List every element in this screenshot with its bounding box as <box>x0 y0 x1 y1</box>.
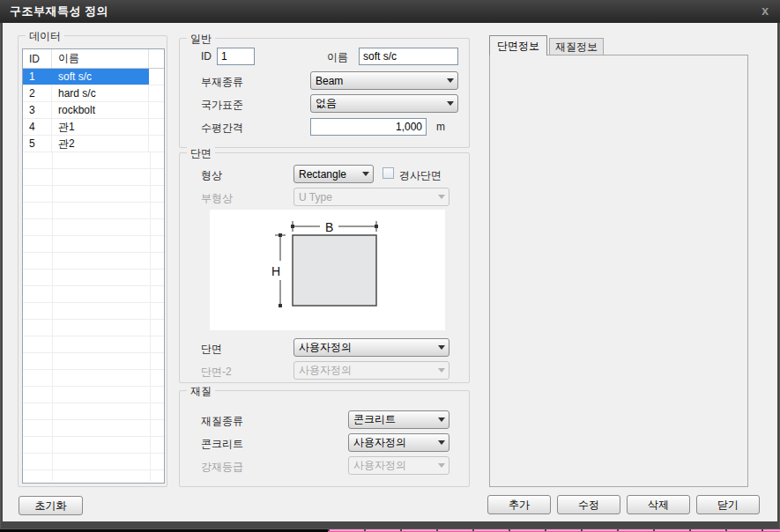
tab-material-info[interactable]: 재질정보 <box>549 38 604 55</box>
close-button[interactable]: 닫기 <box>696 495 760 514</box>
title-bar[interactable]: 구조부재특성 정의 x <box>0 0 780 23</box>
material-group-label: 재질 <box>187 384 215 399</box>
dropdown-arrow-icon <box>435 417 449 422</box>
dropdown-arrow-icon <box>359 172 373 176</box>
shape-select[interactable]: Rectangle <box>293 165 374 183</box>
list-item[interactable]: 3 rockbolt <box>23 102 164 119</box>
dialog-title: 구조부재특성 정의 <box>0 4 108 19</box>
material-type-select[interactable]: 콘크리트 <box>348 410 449 429</box>
column-header-name[interactable]: 이름 <box>52 49 149 68</box>
section-select-label: 단면 <box>201 342 222 357</box>
subshape-value: U Type <box>294 191 435 203</box>
cell-extra <box>149 119 162 135</box>
dropdown-arrow-icon <box>443 78 457 83</box>
standard-value: 없음 <box>311 96 443 111</box>
member-list: ID 이름 1 soft s/c 2 hard s/c 3 rockbolt <box>22 48 165 484</box>
spacing-unit: m <box>436 121 445 133</box>
cell-name: 관2 <box>52 136 149 151</box>
name-label: 이름 <box>327 50 348 65</box>
list-item[interactable]: 4 관1 <box>23 119 164 136</box>
spacing-field[interactable]: 1,000 <box>310 118 427 136</box>
section-shape-drawing: B H <box>210 210 445 330</box>
dropdown-arrow-icon <box>443 101 457 106</box>
section-value: 사용자정의 <box>294 340 435 355</box>
section-select[interactable]: 사용자정의 <box>293 338 449 357</box>
dropdown-arrow-icon <box>435 345 449 350</box>
column-header-extra <box>149 49 162 68</box>
material-type-label: 재질종류 <box>201 414 243 429</box>
cell-id: 1 <box>23 69 52 85</box>
cell-extra <box>149 69 162 85</box>
cell-name: hard s/c <box>52 85 149 101</box>
empty-list-area <box>23 152 164 481</box>
subshape-label: 부형상 <box>201 191 233 206</box>
concrete-label: 콘크리트 <box>201 437 243 452</box>
member-type-label: 부재종류 <box>201 75 243 90</box>
column-divider <box>52 152 53 481</box>
list-item[interactable]: 5 관2 <box>23 136 164 152</box>
cell-name: 관1 <box>52 119 149 135</box>
standard-label: 국가표준 <box>201 98 243 113</box>
subshape-select: U Type <box>293 188 449 206</box>
list-item[interactable]: 2 hard s/c <box>23 85 164 102</box>
shape-value: Rectangle <box>294 168 359 181</box>
slope-section-checkbox[interactable] <box>383 167 394 179</box>
steel-grade-label: 강재등급 <box>201 460 243 475</box>
cell-id: 2 <box>23 85 52 101</box>
column-divider <box>150 152 151 481</box>
cell-id: 5 <box>23 136 52 151</box>
member-type-value: Beam <box>311 75 443 87</box>
screen: 구조부재특성 정의 x 데이터 ID 이름 1 soft s/c <box>0 0 780 532</box>
reset-button[interactable]: 초기화 <box>19 496 83 515</box>
dialog-window: 구조부재특성 정의 x 데이터 ID 이름 1 soft s/c <box>0 0 780 529</box>
material-type-value: 콘크리트 <box>349 412 435 427</box>
steel-grade-select: 사용자정의 <box>348 456 449 475</box>
section2-value: 사용자정의 <box>294 363 435 378</box>
close-icon[interactable]: x <box>761 4 769 18</box>
dropdown-arrow-icon <box>435 463 449 468</box>
dimension-b-label: B <box>325 220 333 234</box>
cell-id: 3 <box>23 102 52 118</box>
data-group-label: 데이터 <box>26 29 64 44</box>
member-list-header: ID 이름 <box>23 49 164 69</box>
cell-extra <box>149 85 162 101</box>
section2-select: 사용자정의 <box>293 361 449 380</box>
dropdown-arrow-icon <box>435 195 449 199</box>
dropdown-arrow-icon <box>435 368 449 373</box>
list-item[interactable]: 1 soft s/c <box>23 69 164 85</box>
section-info-panel <box>489 55 748 487</box>
id-field[interactable]: 1 <box>217 48 255 65</box>
cell-extra <box>149 102 162 118</box>
shape-label: 형상 <box>201 168 222 183</box>
modify-button[interactable]: 수정 <box>557 495 620 514</box>
standard-select[interactable]: 없음 <box>310 94 458 113</box>
name-field[interactable]: soft s/c <box>359 48 458 65</box>
delete-button[interactable]: 삭제 <box>627 495 690 514</box>
cell-name: rockbolt <box>52 102 149 118</box>
cell-id: 4 <box>23 119 52 135</box>
add-button[interactable]: 추가 <box>487 495 551 514</box>
slope-section-label: 경사단면 <box>399 168 442 183</box>
concrete-value: 사용자정의 <box>349 435 435 450</box>
concrete-select[interactable]: 사용자정의 <box>348 433 449 452</box>
section-diagram: B H <box>210 210 445 330</box>
member-type-select[interactable]: Beam <box>310 71 458 90</box>
steel-grade-value: 사용자정의 <box>349 458 435 473</box>
tab-section-info[interactable]: 단면정보 <box>489 35 547 55</box>
section2-select-label: 단면-2 <box>201 365 232 380</box>
dimension-h-label: H <box>271 264 280 278</box>
cell-name: soft s/c <box>52 69 149 85</box>
id-label: ID <box>201 50 212 63</box>
section-group-label: 단면 <box>187 146 215 161</box>
column-header-id[interactable]: ID <box>23 49 52 68</box>
dialog-content: 데이터 ID 이름 1 soft s/c 2 hard s/c <box>3 23 777 521</box>
general-group-label: 일반 <box>187 32 215 47</box>
spacing-label: 수평간격 <box>201 121 243 136</box>
cell-extra <box>149 136 162 151</box>
dropdown-arrow-icon <box>435 440 449 445</box>
